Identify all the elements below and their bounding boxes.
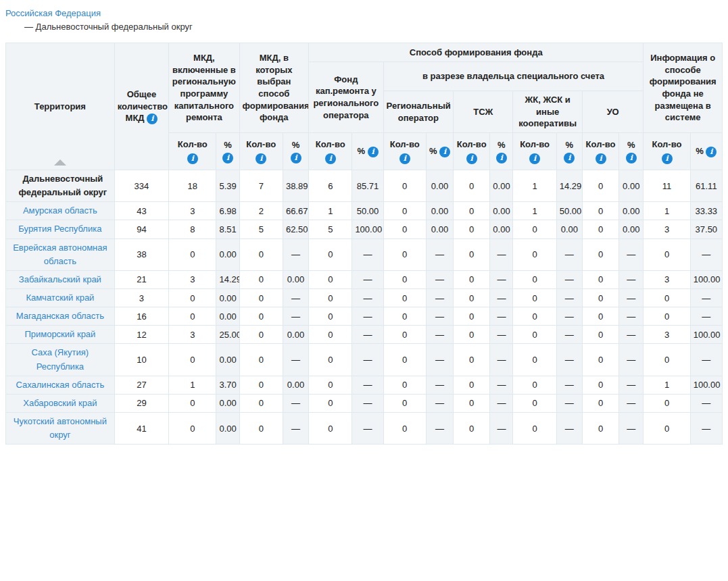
value-cell: 0.00 — [216, 238, 239, 270]
value-cell: 0 — [309, 238, 352, 270]
report-page: Российская Федерация — Дальневосточный ф… — [0, 0, 728, 450]
info-icon[interactable]: i — [325, 153, 336, 164]
value-cell: 0 — [383, 394, 426, 412]
value-cell: — — [619, 238, 644, 270]
value-cell: — — [619, 270, 644, 288]
info-icon[interactable]: i — [439, 147, 450, 157]
value-cell: 100.00 — [690, 326, 722, 344]
info-icon[interactable]: i — [222, 153, 233, 163]
territory-cell: Саха (Якутия) Республика — [6, 344, 115, 376]
territory-link[interactable]: Амурская область — [23, 205, 97, 216]
info-icon[interactable]: i — [187, 153, 198, 164]
value-cell: 0 — [582, 376, 618, 394]
value-cell: 3 — [169, 202, 216, 220]
subheader-count: Кол-воi — [309, 133, 352, 170]
value-cell: 0 — [309, 307, 352, 326]
column-header-territory[interactable]: Территория — [6, 43, 115, 170]
value-cell: — — [283, 307, 308, 326]
value-cell: 0 — [383, 270, 426, 288]
value-cell: — — [690, 288, 722, 307]
breadcrumb-link-russia[interactable]: Российская Федерация — [5, 8, 101, 18]
value-cell: 0.00 — [426, 220, 453, 238]
value-cell: — — [352, 344, 383, 376]
value-cell: 0.00 — [619, 202, 644, 220]
territory-link[interactable]: Хабаровский край — [23, 398, 97, 408]
territory-link[interactable]: Бурятия Республика — [18, 224, 101, 234]
column-header-total-mkd: Общее количество МКД i — [114, 43, 168, 170]
value-cell: 1 — [644, 376, 690, 394]
table-row: Саха (Якутия) Республика1000.000—0—0—0—0… — [6, 344, 723, 376]
territory-link[interactable]: Забайкальский край — [19, 274, 101, 284]
territory-link[interactable]: Камчатский край — [26, 293, 94, 303]
territory-link[interactable]: Чукотский автономный округ — [14, 416, 107, 440]
capital-repair-fund-table: Территория Общее количество МКД i МКД, в… — [5, 43, 723, 445]
info-icon[interactable]: i — [564, 153, 575, 163]
info-icon[interactable]: i — [291, 153, 301, 163]
territory-link[interactable]: Еврейская автономная область — [13, 243, 107, 266]
value-cell: 0 — [454, 412, 490, 444]
value-cell: 0 — [309, 412, 352, 444]
column-header-tsj: ТСЖ — [454, 91, 513, 133]
value-cell: 0 — [582, 170, 618, 202]
value-cell: 0 — [454, 394, 490, 412]
territory-link[interactable]: Приморский край — [24, 329, 95, 339]
value-cell: — — [490, 270, 513, 288]
value-cell: 334 — [114, 170, 168, 202]
value-cell: — — [426, 307, 453, 326]
value-cell: — — [283, 238, 308, 270]
subheader-percent: % i — [619, 133, 644, 170]
value-cell: 0 — [513, 412, 556, 444]
column-header-regional-operator: Региональный оператор — [383, 91, 453, 133]
info-icon[interactable]: i — [706, 147, 717, 157]
info-icon[interactable]: i — [256, 153, 266, 164]
info-icon[interactable]: i — [596, 153, 606, 164]
value-cell: — — [352, 270, 383, 288]
table-row: Дальневосточный федеральный округ334185.… — [6, 170, 723, 202]
value-cell: — — [490, 394, 513, 412]
value-cell: 0 — [582, 307, 618, 326]
value-cell: — — [556, 412, 582, 444]
value-cell: — — [490, 326, 513, 344]
value-cell: 0 — [239, 270, 283, 288]
value-cell: — — [619, 288, 644, 307]
value-cell: — — [283, 288, 308, 307]
breadcrumb-current-district: — Дальневосточный федеральный округ — [5, 20, 723, 34]
territory-cell: Хабаровский край — [6, 394, 115, 412]
value-cell: — — [556, 288, 582, 307]
value-cell: — — [490, 344, 513, 376]
subheader-percent: % i — [283, 133, 308, 170]
value-cell: 0.00 — [490, 202, 513, 220]
value-cell: 3.70 — [216, 376, 239, 394]
territory-link[interactable]: Сахалинская область — [16, 380, 104, 390]
value-cell: 0 — [239, 412, 283, 444]
value-cell: 0 — [582, 394, 618, 412]
info-icon[interactable]: i — [147, 113, 157, 124]
info-icon[interactable]: i — [529, 153, 540, 164]
info-icon[interactable]: i — [626, 153, 637, 163]
value-cell: 0 — [454, 326, 490, 344]
info-icon[interactable]: i — [466, 153, 477, 164]
value-cell: 0 — [169, 344, 216, 376]
info-icon[interactable]: i — [662, 153, 673, 164]
territory-link[interactable]: Саха (Якутия) Республика — [32, 347, 89, 371]
value-cell: 0 — [239, 238, 283, 270]
value-cell: — — [690, 394, 722, 412]
value-cell: 0 — [309, 394, 352, 412]
info-icon[interactable]: i — [368, 147, 379, 157]
value-cell: 0 — [309, 376, 352, 394]
value-cell: 0 — [454, 376, 490, 394]
territory-cell: Амурская область — [6, 202, 115, 220]
value-cell: 0 — [309, 344, 352, 376]
table-body: Дальневосточный федеральный округ334185.… — [6, 170, 723, 445]
sort-asc-icon[interactable] — [54, 159, 66, 166]
value-cell: — — [619, 376, 644, 394]
value-cell: 38 — [114, 238, 168, 270]
territory-link[interactable]: Магаданская область — [16, 311, 104, 321]
value-cell: 3 — [169, 326, 216, 344]
value-cell: 0 — [582, 220, 618, 238]
info-icon[interactable]: i — [496, 153, 507, 163]
info-icon[interactable]: i — [399, 153, 410, 164]
value-cell: 27 — [114, 376, 168, 394]
value-cell: 0 — [644, 288, 690, 307]
value-cell: — — [352, 307, 383, 326]
